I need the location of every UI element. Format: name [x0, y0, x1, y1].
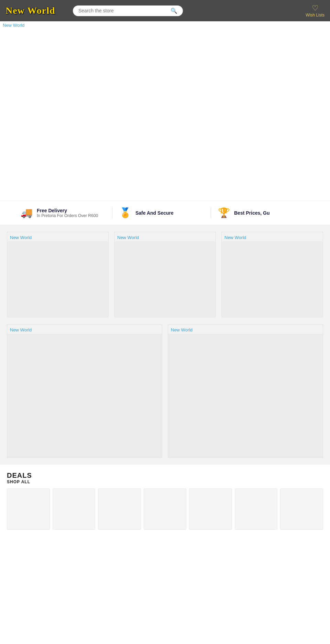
search-input[interactable] [78, 8, 170, 13]
deal-card-2[interactable] [53, 488, 96, 530]
feature-prices: 🏆 Best Prices, Gu [211, 207, 309, 218]
feature-secure-text: Safe And Secure [135, 210, 174, 216]
wish-lists-label: Wish Lists [306, 13, 324, 18]
search-icon: 🔍 [170, 8, 177, 14]
category-card-1[interactable]: New World [7, 232, 109, 317]
deal-card-5[interactable] [189, 488, 232, 530]
site-header: New World 🔍 ♡ Wish Lists [0, 0, 330, 21]
category-card-3-label: New World [222, 232, 323, 241]
wide-category-card-2[interactable]: New World [168, 324, 323, 458]
features-bar: 🚚 Free Delivery In Pretoria For Orders O… [0, 201, 330, 225]
deals-header: DEALS SHOP ALL [7, 472, 323, 484]
wide-category-card-2-image [168, 334, 323, 457]
wide-category-grid: New World New World [0, 324, 330, 465]
category-card-2[interactable]: New World [114, 232, 216, 317]
delivery-icon: 🚚 [21, 207, 33, 218]
feature-delivery-title: Free Delivery [37, 208, 98, 213]
category-card-2-image [114, 241, 216, 317]
trophy-icon: 🏆 [218, 207, 230, 218]
deal-card-3[interactable] [98, 488, 141, 530]
category-card-3-image [222, 241, 323, 317]
top-category-grid: New World New World New World [0, 225, 330, 324]
wide-category-card-2-label: New World [168, 325, 323, 334]
category-card-3[interactable]: New World [221, 232, 323, 317]
deals-shop-all-link[interactable]: SHOP ALL [7, 479, 323, 484]
category-card-1-image [7, 241, 108, 317]
deals-section: DEALS SHOP ALL [0, 465, 330, 536]
hero-banner [0, 29, 330, 201]
feature-delivery-text: Free Delivery In Pretoria For Orders Ove… [37, 208, 98, 218]
heart-icon: ♡ [312, 4, 319, 13]
deal-card-1[interactable] [7, 488, 50, 530]
feature-secure: 🏅 Safe And Secure [112, 207, 211, 218]
search-button[interactable]: 🔍 [170, 8, 177, 14]
deal-card-6[interactable] [235, 488, 278, 530]
category-card-2-label: New World [114, 232, 216, 241]
deal-card-4[interactable] [144, 488, 187, 530]
deals-title: DEALS [7, 472, 323, 479]
wide-category-card-1-label: New World [7, 325, 162, 334]
site-logo[interactable]: New World [6, 5, 67, 16]
feature-delivery: 🚚 Free Delivery In Pretoria For Orders O… [21, 207, 112, 218]
category-card-1-label: New World [7, 232, 108, 241]
secure-icon: 🏅 [119, 207, 131, 218]
deals-grid [7, 488, 323, 530]
feature-secure-title: Safe And Secure [135, 210, 174, 216]
wish-lists-button[interactable]: ♡ Wish Lists [306, 4, 324, 18]
deal-card-7[interactable] [280, 488, 323, 530]
feature-delivery-subtitle: In Pretoria For Orders Over R600 [37, 213, 98, 218]
wide-category-card-1-image [7, 334, 162, 457]
breadcrumb[interactable]: New World [0, 21, 330, 29]
wide-category-card-1[interactable]: New World [7, 324, 162, 458]
feature-prices-text: Best Prices, Gu [234, 210, 270, 216]
feature-prices-title: Best Prices, Gu [234, 210, 270, 216]
search-bar-container: 🔍 [73, 5, 183, 16]
